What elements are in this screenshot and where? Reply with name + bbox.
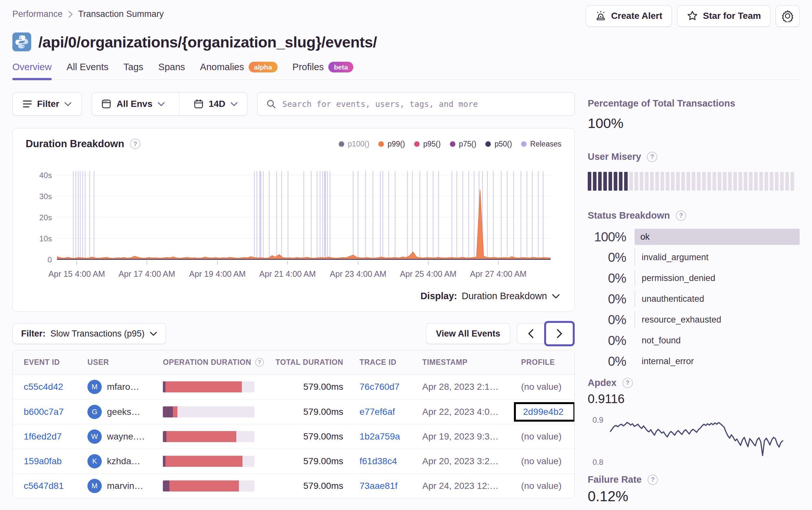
- misery-tick-filled: [619, 172, 622, 191]
- trace-id-link[interactable]: 76c760d7: [359, 382, 400, 392]
- events-table: EVENT IDUSEROPERATION DURATION?TOTAL DUR…: [12, 350, 575, 498]
- misery-tick-empty: [770, 172, 773, 191]
- misery-tick-empty: [655, 172, 659, 191]
- chart-legend: p100()p99()p95()p75()p50()Releases: [339, 140, 561, 148]
- help-icon[interactable]: ?: [622, 378, 633, 388]
- profile-cell: (no value): [521, 431, 574, 442]
- status-label: resource_exhausted: [635, 311, 800, 328]
- user-name: kzhda…: [107, 456, 140, 467]
- window-icon: [101, 99, 112, 109]
- failure-rate-title: Failure Rate: [588, 474, 642, 485]
- misery-tick-filled: [588, 172, 591, 191]
- tab-label: Tags: [123, 62, 143, 72]
- event-id-link[interactable]: c55c4d42: [24, 382, 63, 392]
- timestamp-cell: Apr 28, 2023 2:1…: [422, 382, 521, 392]
- siren-icon: [595, 10, 606, 22]
- svg-text:Apr 15 4:00 AM: Apr 15 4:00 AM: [49, 269, 105, 278]
- help-icon[interactable]: ?: [647, 152, 657, 162]
- total-duration-value: 579.00ms: [303, 481, 343, 491]
- status-row-not_found: 0%not_found: [588, 332, 800, 349]
- display-label: Display:: [420, 291, 457, 301]
- tab-overview[interactable]: Overview: [12, 62, 52, 80]
- tab-profiles[interactable]: Profilesbeta: [293, 62, 354, 80]
- legend-item-releases[interactable]: Releases: [521, 140, 561, 148]
- tab-spans[interactable]: Spans: [158, 62, 185, 80]
- legend-label: p75(): [459, 140, 476, 148]
- star-for-team-button[interactable]: Star for Team: [677, 5, 771, 27]
- trace-id-cell: 1b2a759a: [343, 431, 422, 442]
- table-header-row: EVENT IDUSEROPERATION DURATION?TOTAL DUR…: [13, 351, 574, 374]
- timestamp-cell: Apr 19, 2023 9:3…: [422, 431, 521, 442]
- svg-text:10s: 10s: [39, 234, 52, 243]
- table-row: c55c4d42Mmfaro…579.00ms76c760d7Apr 28, 2…: [13, 374, 574, 399]
- misery-tick-empty: [676, 172, 680, 191]
- status-zone: permission_denied: [635, 270, 800, 287]
- misery-tick-empty: [650, 172, 654, 191]
- help-icon[interactable]: ?: [255, 358, 264, 367]
- user-misery-section: User Misery ?: [588, 151, 800, 191]
- table-row: 1f6ed2d7Wwayne.…579.00ms1b2a759aApr 19, …: [13, 424, 574, 449]
- misery-tick-empty: [707, 172, 711, 191]
- legend-item-p50[interactable]: p50(): [485, 140, 512, 148]
- tab-label: Overview: [12, 62, 52, 72]
- legend-item-p99[interactable]: p99(): [378, 140, 405, 148]
- legend-dot: [339, 141, 344, 147]
- status-label: invalid_argument: [635, 249, 800, 266]
- status-zone: internal_error: [635, 353, 800, 370]
- status-percent: 0%: [588, 333, 626, 348]
- column-header-label: USER: [87, 358, 109, 367]
- table-row: 159a0fabKkzhda…579.00msf61d38c4Apr 20, 2…: [13, 449, 574, 473]
- column-header-timestamp: TIMESTAMP: [422, 358, 521, 367]
- title-row: /api/0/organizations/{organization_slug}…: [12, 32, 800, 51]
- view-all-events-button[interactable]: View All Events: [426, 323, 510, 344]
- trace-id-link[interactable]: e77ef6af: [359, 407, 395, 417]
- trace-id-link[interactable]: 1b2a759a: [359, 431, 400, 442]
- misery-tick-empty: [681, 172, 685, 191]
- status-percent: 0%: [588, 271, 626, 286]
- search-input[interactable]: [282, 99, 566, 109]
- tab-anomalies[interactable]: Anomaliesalpha: [200, 62, 277, 80]
- svg-text:40s: 40s: [39, 171, 52, 180]
- status-row-unauthenticated: 0%unauthenticated: [588, 291, 800, 307]
- status-label: not_found: [635, 332, 800, 349]
- profile-no-value: (no value): [521, 481, 562, 491]
- profile-cell: 2d99e4b2: [521, 402, 574, 422]
- display-selector[interactable]: Duration Breakdown: [462, 291, 547, 301]
- legend-item-p75[interactable]: p75(): [450, 140, 476, 148]
- status-percent: 0%: [588, 312, 626, 327]
- environment-selector[interactable]: All Envs: [92, 93, 174, 115]
- misery-tick-filled: [598, 172, 602, 191]
- trace-id-link[interactable]: f61d38c4: [359, 456, 397, 467]
- settings-button[interactable]: [776, 5, 800, 27]
- legend-item-p100[interactable]: p100(): [339, 140, 369, 148]
- date-range-selector[interactable]: 14D: [184, 93, 247, 115]
- operation-duration-cell: [163, 407, 275, 417]
- create-alert-button[interactable]: Create Alert: [586, 5, 672, 27]
- event-id-link[interactable]: c5647d81: [24, 481, 64, 491]
- help-icon[interactable]: ?: [130, 139, 140, 149]
- legend-item-p95[interactable]: p95(): [414, 140, 441, 148]
- misery-tick-empty: [728, 172, 732, 191]
- event-id-link[interactable]: 159a0fab: [24, 456, 62, 467]
- trace-id-link[interactable]: 73aae81f: [359, 481, 398, 491]
- duration-breakdown-chart: 010s20s30s40sApr 15 4:00 AMApr 17 4:00 A…: [13, 150, 574, 287]
- filter-button[interactable]: Filter: [12, 92, 82, 116]
- tab-all-events[interactable]: All Events: [67, 62, 109, 80]
- avatar: G: [87, 405, 102, 419]
- operation-duration-cell: [163, 431, 275, 442]
- bar-segment-purple: [163, 431, 167, 442]
- profile-link[interactable]: 2d99e4b2: [523, 407, 564, 417]
- event-id-link[interactable]: b600c7a7: [24, 407, 64, 417]
- gear-icon: [781, 10, 794, 22]
- pagination-next-button[interactable]: [544, 321, 575, 346]
- transaction-filter-dropdown[interactable]: Filter: Slow Transactions (p95): [12, 323, 166, 344]
- help-icon[interactable]: ?: [647, 475, 658, 485]
- pagination-previous-button[interactable]: [517, 323, 545, 344]
- tab-tags[interactable]: Tags: [123, 62, 143, 80]
- help-icon[interactable]: ?: [676, 210, 686, 221]
- event-id-link[interactable]: 1f6ed2d7: [24, 431, 62, 442]
- misery-tick-empty: [754, 172, 758, 191]
- status-row-internal_error: 0%internal_error: [588, 353, 800, 370]
- status-zone: not_found: [635, 332, 800, 349]
- breadcrumb-performance[interactable]: Performance: [12, 9, 63, 19]
